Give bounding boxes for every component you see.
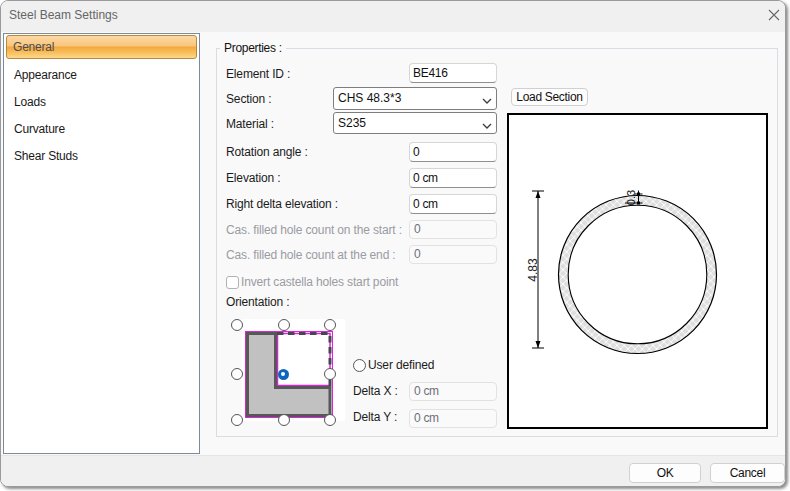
svg-text:0.3: 0.3 — [625, 190, 637, 205]
svg-text:4.83: 4.83 — [526, 258, 540, 282]
